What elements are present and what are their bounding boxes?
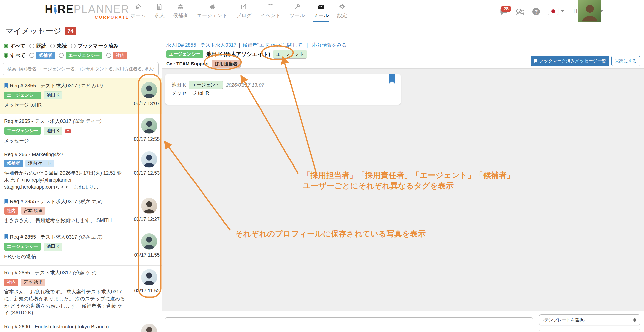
filter-label: 既読 <box>36 43 46 49</box>
thread-breadcrumb: 求人ID# 2855 - テスト求人0317 | 候補者"エド わい"に関して … <box>166 42 347 48</box>
help-icon[interactable]: ? <box>532 6 543 16</box>
message-list: Req # 2855 - テスト求人0317(エド わい)エージェンシー池田 K… <box>0 78 162 332</box>
nav-label: エージェント <box>197 12 228 19</box>
nav-item-mail[interactable]: メール <box>313 0 329 22</box>
message-tags: 候補者淨内 ケート <box>4 160 158 167</box>
message-list-item[interactable]: Req # 2690 - English Instructor (Tokyo B… <box>0 320 162 332</box>
nav-label: 求人 <box>154 12 165 19</box>
radio-icon[interactable] <box>4 44 8 48</box>
nav-label: 候補者 <box>173 12 188 19</box>
message-time: 03/17 12:27 <box>134 216 160 222</box>
nav-item-jobs[interactable]: 求人 <box>154 0 165 22</box>
nav-item-agents[interactable]: エージェント <box>196 0 228 22</box>
message-list-item[interactable]: Req # 2855 - テスト求人0317(エド わい)エージェンシー池田 K… <box>0 78 162 114</box>
search-input[interactable] <box>3 62 159 76</box>
thread-cc-row: Cc : TEAM Support 採用担当者 <box>166 60 241 68</box>
radio-icon[interactable] <box>50 44 55 48</box>
message-counterpart-name: (エド わい) <box>79 82 103 89</box>
bookmark-ribbon-icon[interactable] <box>389 74 395 84</box>
compose-textarea[interactable] <box>165 317 533 332</box>
hireplanner-logo[interactable]: H RE PLANNER CORPORATE <box>45 4 130 20</box>
template-select[interactable]: -テンプレートを選択- <box>539 314 640 325</box>
filter-option[interactable]: 候補者 <box>29 52 55 59</box>
message-tag: 社内 <box>4 207 18 215</box>
message-list-item[interactable]: Req # 2855 - テスト求人0317(斉藤 ケイ)社内宮本 絵里宮本さん… <box>0 266 162 320</box>
mark-unread-button[interactable]: 未読にする <box>611 56 640 66</box>
home-icon <box>135 3 142 11</box>
separator: | <box>239 42 240 48</box>
sender-name: 池田 K <box>172 81 186 88</box>
nav-item-settings[interactable]: 設定 <box>337 0 348 22</box>
notifications-icon[interactable]: 28 <box>499 6 510 16</box>
agency-tag: エージェンシー <box>166 50 203 58</box>
blog-icon <box>240 3 247 11</box>
nav-item-events[interactable]: イベント <box>260 0 281 22</box>
avatar <box>141 198 157 214</box>
recruiter-role-tag: 採用担当者 <box>212 60 241 68</box>
nav-label: ブログ <box>236 12 251 19</box>
filter-option[interactable]: すべて <box>4 52 25 59</box>
bookmark-icon <box>534 59 537 63</box>
message-tag: 池田 K <box>44 91 63 99</box>
chat-icon[interactable] <box>516 6 527 16</box>
message-tag: 池田 K <box>44 243 63 251</box>
nav-item-blog[interactable]: ブログ <box>236 0 252 22</box>
message-tag: 池田 K <box>44 127 63 135</box>
message-tag: エージェンシー <box>4 92 41 99</box>
filter-option[interactable]: すべて <box>4 43 25 49</box>
logo-subtitle: CORPORATE <box>45 15 130 20</box>
radio-icon[interactable] <box>71 44 76 48</box>
message-counterpart-name: (斉藤 ケイ) <box>73 270 97 276</box>
nav-label: メール <box>313 12 329 19</box>
radio-icon[interactable] <box>4 53 8 58</box>
filter-option[interactable]: ブックマーク済み <box>71 43 118 49</box>
nav-label: イベント <box>260 12 281 19</box>
bookmark-icon <box>4 199 8 204</box>
message-tag: 候補者 <box>4 160 23 167</box>
japan-flag-icon <box>548 8 558 15</box>
radio-icon[interactable] <box>29 53 34 58</box>
nav-item-candidates[interactable]: 候補者 <box>173 0 189 22</box>
candidate-link[interactable]: 候補者"エド わい"に関して <box>243 42 302 48</box>
message-tag: 社内 <box>4 279 18 286</box>
events-icon <box>267 3 274 11</box>
nav-item-tools[interactable]: ツール <box>289 0 305 22</box>
filter-option[interactable]: エージェンシー <box>59 52 103 59</box>
radio-icon[interactable] <box>29 44 34 48</box>
radio-icon[interactable] <box>59 53 64 58</box>
read-status-filter-row: すべて既読未読ブックマーク済み <box>4 43 159 49</box>
cc-label: Cc : TEAM Support <box>166 61 209 67</box>
message-tags: エージェンシー池田 K <box>4 243 158 251</box>
unread-count-badge: 74 <box>65 27 76 35</box>
nav-label: 設定 <box>337 12 347 19</box>
message-list-item[interactable]: Req # 2855 - テスト求人0317(松井 エヌ)エージェンシー池田 K… <box>0 230 162 266</box>
message-time: 03/17 12:53 <box>134 170 160 176</box>
thread-header: 求人ID# 2855 - テスト求人0317 | 候補者"エド わい"に関して … <box>162 39 644 68</box>
radio-icon[interactable] <box>106 53 111 58</box>
message-timestamp: 2026/03/17 13:07 <box>226 82 264 88</box>
message-list-item[interactable]: Req # 2855 - テスト求人0317(加藤 ティー)エージェンシー池田 … <box>0 114 162 148</box>
filter-option[interactable]: 未読 <box>50 43 67 49</box>
thread-body: 池田 K エージェント 2026/03/17 13:07 メッセージ toHR <box>162 68 644 311</box>
message-counterpart-name: (加藤 ティー) <box>73 118 102 124</box>
message-list-item[interactable]: Req # 2855 - テスト求人0317(松井 エヌ)社内宮本 絵里まさきさ… <box>0 194 162 230</box>
user-avatar[interactable] <box>578 0 601 22</box>
message-title-text: Req # 2855 - テスト求人0317 <box>4 118 71 125</box>
message-card: 池田 K エージェント 2026/03/17 13:07 メッセージ toHR <box>165 74 401 105</box>
message-title: Req # 2855 - テスト求人0317(エド わい) <box>4 82 158 89</box>
filter-option[interactable]: 既読 <box>29 43 46 49</box>
job-link[interactable]: 求人ID# 2855 - テスト求人0317 <box>166 42 236 48</box>
message-title: Req # 266 - Marketing4/27 <box>4 152 158 157</box>
application-info-link[interactable]: 応募情報をみる <box>312 42 347 48</box>
nav-item-home[interactable]: ホーム <box>130 0 146 22</box>
filter-option[interactable]: 社内 <box>106 52 127 59</box>
filter-tag-label: エージェンシー <box>66 52 103 59</box>
bookmarked-messages-button[interactable]: ブックマーク済みメッセージ一覧 <box>531 56 609 66</box>
language-selector[interactable] <box>548 8 564 15</box>
compose-secondary-box[interactable] <box>539 329 640 332</box>
message-tags: エージェンシー池田 K <box>4 91 158 99</box>
select-arrows-icon <box>633 318 636 322</box>
message-tag: 淨内 ケート <box>25 160 54 167</box>
svg-text:?: ? <box>534 9 538 15</box>
message-list-item[interactable]: Req # 266 - Marketing4/27候補者淨内 ケート候補者からの… <box>0 148 162 194</box>
